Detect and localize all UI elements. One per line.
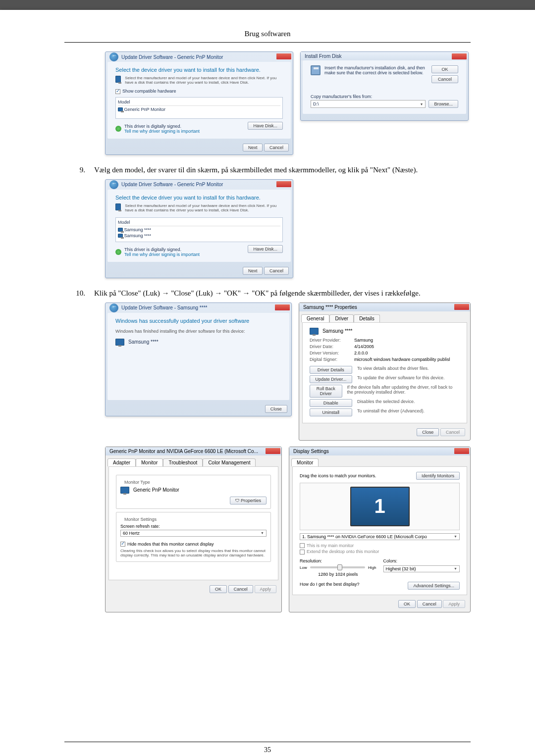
back-icon[interactable] [109, 180, 118, 189]
cancel-button[interactable]: Cancel [431, 75, 458, 83]
refresh-rate-combo[interactable]: 60 Hertz▼ [120, 530, 267, 537]
tab-driver[interactable]: Driver [329, 314, 354, 322]
best-display-link[interactable]: How do I get the best display? [300, 582, 360, 590]
tab-general[interactable]: General [301, 314, 330, 322]
close-icon[interactable] [452, 53, 467, 59]
apply-button[interactable]: Apply [255, 585, 277, 593]
instruction-step-10: 10. Klik på "Close" (Luk) → "Close" (Luk… [64, 288, 471, 299]
cancel-button[interactable]: Cancel [440, 428, 465, 436]
chevron-down-icon: ▼ [454, 567, 457, 570]
colors-combo[interactable]: Highest (32 bit)▼ [383, 565, 460, 572]
success-heading: Windows has successfully updated your dr… [115, 318, 281, 324]
slider-high: High [368, 565, 376, 570]
monitor-icon [118, 107, 123, 111]
uninstall-button[interactable]: Uninstall [310, 408, 352, 416]
tab-monitor[interactable]: Monitor [291, 458, 319, 466]
advanced-settings-button[interactable]: Advanced Settings... [408, 582, 460, 590]
tab-troubleshoot[interactable]: Troubleshoot [163, 458, 203, 466]
close-icon[interactable] [275, 304, 290, 310]
step-text: Vælg den model, der svarer til din skærm… [94, 165, 471, 175]
screenshot-update-success: Update Driver Software - Samsung **** Wi… [105, 302, 292, 416]
have-disk-button[interactable]: Have Disk... [248, 245, 283, 253]
close-icon[interactable] [266, 448, 280, 454]
hide-modes-label: Hide modes that this monitor cannot disp… [127, 542, 214, 547]
screenshot-monitor-tab: Generic PnP Monitor and NVIDIA GeForce 6… [105, 447, 282, 612]
back-icon[interactable] [109, 52, 118, 61]
path-combo[interactable]: D:\▼ [311, 100, 426, 108]
step-text: Klik på "Close" (Luk) → "Close" (Luk) → … [94, 288, 471, 299]
monitor-arrangement[interactable]: 1 [300, 483, 460, 530]
close-icon[interactable] [454, 304, 469, 310]
group-title: Monitor Settings [122, 517, 159, 522]
window-title: Install From Disk [301, 52, 468, 60]
footer-rule [64, 742, 471, 742]
main-monitor-checkbox [300, 543, 305, 548]
have-disk-button[interactable]: Have Disk... [248, 122, 283, 130]
resolution-value: 1280 by 1024 pixels [300, 572, 376, 577]
apply-button[interactable]: Apply [443, 600, 465, 608]
cancel-button[interactable]: Cancel [264, 267, 289, 275]
model-list[interactable]: Model Generic PnP Monitor [115, 97, 283, 119]
signing-link[interactable]: Tell me why driver signing is important [124, 129, 200, 134]
update-driver-button[interactable]: Update Driver... [310, 375, 352, 383]
wizard-heading: Select the device driver you want to ins… [115, 67, 283, 73]
label: Driver Version: [310, 351, 354, 355]
value: 4/14/2005 [354, 344, 374, 349]
model-list[interactable]: Model Samsung **** Samsung **** [115, 217, 283, 242]
back-icon[interactable] [109, 303, 118, 312]
refresh-label: Screen refresh rate: [120, 524, 267, 529]
close-button[interactable]: Close [417, 428, 439, 436]
resolution-slider[interactable] [310, 566, 365, 568]
close-icon[interactable] [454, 448, 469, 454]
ok-button[interactable]: OK [431, 65, 458, 73]
monitor-name: Generic PnP Monitor [133, 487, 179, 493]
header-rule [64, 42, 471, 43]
browse-button[interactable]: Browse... [428, 100, 458, 108]
close-icon[interactable] [276, 53, 291, 59]
identify-monitors-button[interactable]: Identify Monitors [416, 472, 460, 480]
label: Driver Provider: [310, 338, 354, 343]
driver-signed-label: This driver is digitally signed. [124, 247, 200, 252]
monitor-icon [115, 339, 124, 346]
model-item[interactable]: Samsung **** [124, 233, 152, 238]
hide-modes-checkbox[interactable] [120, 542, 125, 547]
cancel-button[interactable]: Cancel [417, 600, 442, 608]
next-button[interactable]: Next [243, 144, 263, 151]
cancel-button[interactable]: Cancel [264, 144, 289, 151]
model-item[interactable]: Samsung **** [124, 227, 152, 232]
column-header: Model [118, 220, 280, 226]
driver-details-button[interactable]: Driver Details [310, 366, 352, 374]
show-compatible-checkbox[interactable] [115, 89, 120, 94]
cancel-button[interactable]: Cancel [228, 585, 253, 593]
group-title: Monitor Type [122, 480, 152, 485]
close-icon[interactable] [276, 181, 291, 187]
desc: To uninstall the driver (Advanced). [357, 408, 425, 416]
drag-icons-label: Drag the icons to match your monitors. [300, 473, 376, 478]
next-button[interactable]: Next [243, 267, 263, 275]
tab-details[interactable]: Details [354, 314, 380, 322]
chevron-down-icon: ▼ [261, 531, 264, 535]
floppy-icon [311, 65, 321, 75]
ok-button[interactable]: OK [398, 600, 416, 608]
disable-button[interactable]: Disable [310, 399, 352, 407]
monitor-icon [310, 328, 319, 335]
rollback-driver-button[interactable]: Roll Back Driver [310, 385, 342, 398]
extend-desktop-label: Extend the desktop onto this monitor [307, 549, 379, 554]
window-title: Display Settings [289, 447, 470, 455]
value: microsoft windows hardware compatibility… [354, 357, 450, 362]
ok-button[interactable]: OK [210, 585, 227, 593]
model-item[interactable]: Generic PnP Monitor [124, 107, 165, 112]
monitor-select-combo[interactable]: 1. Samsung **** on NVIDIA GeForce 6600 L… [300, 533, 460, 540]
screenshot-display-settings: Display Settings Monitor Drag the icons … [289, 447, 471, 612]
monitor-1-icon[interactable]: 1 [350, 487, 410, 526]
tab-color-management[interactable]: Color Management [203, 458, 256, 466]
tab-adapter[interactable]: Adapter [107, 458, 136, 466]
tab-monitor[interactable]: Monitor [136, 458, 163, 466]
main-monitor-label: This is my main monitor [307, 543, 354, 548]
signing-link[interactable]: Tell me why driver signing is important [124, 252, 200, 257]
close-button[interactable]: Close [265, 405, 287, 413]
device-name: Samsung **** [322, 328, 353, 334]
monitor-properties-button[interactable]: 🛡 Properties [230, 497, 267, 504]
desc: If the device fails after updating the d… [347, 385, 460, 398]
monitor-icon [118, 234, 123, 238]
